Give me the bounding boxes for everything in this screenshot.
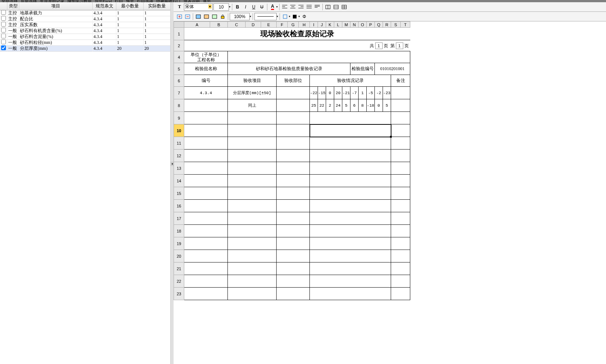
empty-code[interactable] xyxy=(184,150,228,162)
row-header[interactable]: 20 xyxy=(174,250,184,262)
col-header[interactable]: H xyxy=(299,22,310,28)
row-header[interactable]: 11 xyxy=(174,137,184,150)
underline-button[interactable]: U xyxy=(250,3,257,11)
align-top-button[interactable] xyxy=(314,3,321,11)
row-checkbox[interactable] xyxy=(1,45,6,50)
font-tool-icon[interactable]: T xyxy=(176,3,183,11)
dropdown-icon[interactable]: ▾ xyxy=(276,5,278,8)
empty-remark[interactable] xyxy=(391,288,410,300)
r8-val[interactable]: 0 xyxy=(375,99,383,112)
empty-part[interactable] xyxy=(277,187,310,200)
col-header[interactable]: G xyxy=(288,22,299,28)
zoom-select[interactable] xyxy=(230,13,250,20)
empty-code[interactable] xyxy=(184,288,228,300)
empty-remark[interactable] xyxy=(391,175,410,187)
title-cell[interactable]: 现场验收检查原始记录 xyxy=(184,28,410,40)
row-header[interactable]: 6 xyxy=(174,75,184,87)
row-header[interactable]: 15 xyxy=(174,187,184,200)
font-family-select[interactable] xyxy=(184,3,213,11)
hdr-item[interactable]: 验收项目 xyxy=(228,75,277,87)
insert-row-button[interactable] xyxy=(176,13,183,20)
empty-record[interactable] xyxy=(310,124,391,137)
empty-item[interactable] xyxy=(228,187,277,200)
r7-val[interactable]: -23 xyxy=(383,87,391,99)
col-header[interactable]: N xyxy=(350,22,359,28)
row-header[interactable]: 5 xyxy=(174,63,184,75)
row-header[interactable]: 2 xyxy=(174,40,184,51)
left-row[interactable]: 主控压实系数4.3.411 xyxy=(0,22,170,28)
empty-code[interactable] xyxy=(184,200,228,212)
empty-record[interactable] xyxy=(310,175,391,187)
empty-cell[interactable] xyxy=(184,40,350,51)
batch-name-label[interactable]: 检验批名称 xyxy=(184,63,228,75)
empty-code[interactable] xyxy=(184,162,228,175)
empty-part[interactable] xyxy=(277,225,310,237)
corner-cell[interactable] xyxy=(174,22,184,28)
empty-remark[interactable] xyxy=(391,187,410,200)
col-header[interactable]: I xyxy=(310,22,318,28)
col-header[interactable]: Q xyxy=(375,22,383,28)
strikethrough-button[interactable]: U xyxy=(258,3,266,11)
empty-code[interactable] xyxy=(184,137,228,150)
r8-remark[interactable] xyxy=(391,99,410,112)
left-row[interactable]: 一般砂石料含泥量(%)4.3.411 xyxy=(0,34,170,40)
r8-item[interactable]: 同上 xyxy=(228,99,277,112)
col-header[interactable]: D xyxy=(246,22,261,28)
col-header[interactable]: S xyxy=(391,22,401,28)
col-header[interactable]: R xyxy=(383,22,391,28)
empty-part[interactable] xyxy=(277,175,310,187)
col-header[interactable]: M xyxy=(342,22,350,28)
col-header[interactable]: P xyxy=(367,22,375,28)
r7-val[interactable]: 0 xyxy=(326,87,334,99)
row-header[interactable]: 10 xyxy=(174,124,184,137)
empty-code[interactable] xyxy=(184,275,228,288)
row-checkbox[interactable] xyxy=(1,22,6,27)
empty-part[interactable] xyxy=(277,262,310,275)
empty-record[interactable] xyxy=(310,275,391,288)
row-header[interactable]: 4 xyxy=(174,51,184,63)
empty-part[interactable] xyxy=(277,150,310,162)
dropdown-icon[interactable]: ▾ xyxy=(277,15,278,18)
dropdown-icon[interactable]: ▾ xyxy=(250,15,251,18)
splitter[interactable]: ◂ xyxy=(171,2,174,364)
empty-item[interactable] xyxy=(228,112,277,124)
empty-part[interactable] xyxy=(277,288,310,300)
table-icon-3[interactable] xyxy=(211,13,218,20)
row-header[interactable]: 13 xyxy=(174,162,184,175)
r8-val[interactable]: 5 xyxy=(383,99,391,112)
unit-value-cell[interactable] xyxy=(228,51,410,63)
empty-item[interactable] xyxy=(228,288,277,300)
r8-val[interactable]: 6 xyxy=(350,99,359,112)
empty-code[interactable] xyxy=(184,225,228,237)
empty-part[interactable] xyxy=(277,200,310,212)
empty-item[interactable] xyxy=(228,275,277,288)
empty-remark[interactable] xyxy=(391,112,410,124)
r7-part[interactable] xyxy=(277,87,310,99)
col-header[interactable]: B xyxy=(210,22,228,28)
dropdown-icon[interactable]: ▾ xyxy=(289,15,290,18)
empty-record[interactable] xyxy=(310,137,391,150)
col-header[interactable]: E xyxy=(261,22,277,28)
hdr-remark[interactable]: 备注 xyxy=(391,75,410,87)
empty-record[interactable] xyxy=(310,262,391,275)
empty-record[interactable] xyxy=(310,250,391,262)
page-cur-input[interactable] xyxy=(396,42,403,49)
empty-part[interactable] xyxy=(277,275,310,288)
r7-val[interactable]: -5 xyxy=(367,87,375,99)
r8-val[interactable]: 22 xyxy=(318,99,326,112)
col-header[interactable]: K xyxy=(326,22,334,28)
font-color-button[interactable]: A xyxy=(269,3,276,11)
row-header[interactable]: 21 xyxy=(174,262,184,275)
row-header[interactable]: 9 xyxy=(174,112,184,124)
empty-record[interactable] xyxy=(310,200,391,212)
empty-record[interactable] xyxy=(310,225,391,237)
empty-part[interactable] xyxy=(277,162,310,175)
dropdown-icon[interactable]: ▾ xyxy=(229,5,230,8)
empty-item[interactable] xyxy=(228,200,277,212)
align-right-button[interactable] xyxy=(297,3,305,11)
batch-code-label[interactable]: 检验批编号 xyxy=(350,63,375,75)
empty-item[interactable] xyxy=(228,212,277,225)
empty-record[interactable] xyxy=(310,162,391,175)
batch-name-value[interactable]: 砂和砂石地基检验批质量验收记录 xyxy=(228,63,350,75)
delete-row-button[interactable] xyxy=(184,13,191,20)
